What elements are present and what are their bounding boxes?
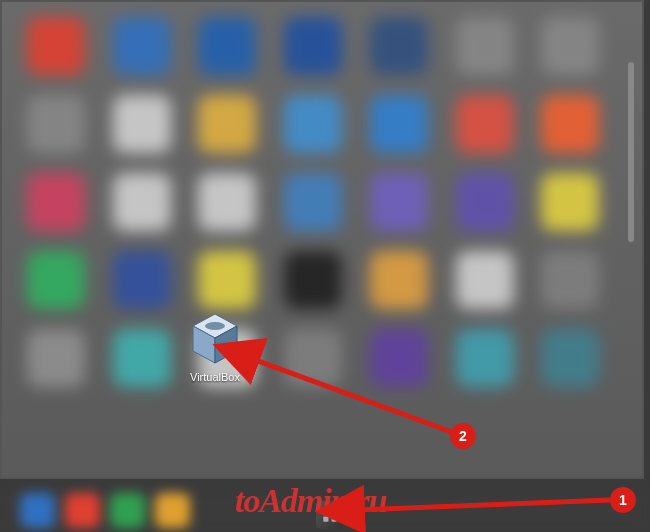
- marker-2-label: 2: [459, 428, 467, 444]
- blurred-app-icon: [456, 173, 514, 231]
- blurred-app-icon: [284, 95, 342, 153]
- blurred-app-icon: [113, 95, 171, 153]
- marker-1-label: 1: [619, 492, 627, 508]
- blurred-app-icon: [113, 251, 171, 309]
- blurred-app-icon: [198, 173, 256, 231]
- blurred-dock-item: [110, 493, 145, 528]
- blurred-app-icon: [370, 329, 428, 387]
- blurred-app-icon: [113, 17, 171, 75]
- scrollbar[interactable]: [628, 62, 634, 242]
- blurred-app-icon: [27, 251, 85, 309]
- watermark-text: toAdmin.ru: [235, 482, 387, 520]
- launchpad-background: VirtualBox: [0, 0, 644, 479]
- blurred-app-icon: [456, 17, 514, 75]
- blurred-app-icon: [284, 173, 342, 231]
- annotation-marker-2: 2: [450, 423, 476, 449]
- blurred-dock-item: [155, 493, 190, 528]
- blurred-app-icon: [370, 251, 428, 309]
- app-virtualbox[interactable]: VirtualBox: [180, 311, 250, 383]
- blurred-app-icon: [456, 95, 514, 153]
- blurred-app-icon: [370, 17, 428, 75]
- blurred-app-icon: [27, 173, 85, 231]
- blurred-app-icon: [284, 17, 342, 75]
- blurred-app-icon: [198, 17, 256, 75]
- blurred-app-icon: [456, 329, 514, 387]
- blurred-app-icon: [198, 251, 256, 309]
- app-label: VirtualBox: [190, 371, 240, 383]
- blurred-app-icon: [541, 173, 599, 231]
- blurred-app-icon: [27, 329, 85, 387]
- blurred-app-icon: [198, 95, 256, 153]
- blurred-app-icon: [541, 95, 599, 153]
- blurred-dock-item: [65, 493, 100, 528]
- app-grid-blurred: [27, 17, 607, 387]
- blurred-app-icon: [113, 173, 171, 231]
- blurred-app-icon: [541, 251, 599, 309]
- blurred-dock-item: [20, 493, 55, 528]
- blurred-app-icon: [284, 329, 342, 387]
- blurred-app-icon: [370, 173, 428, 231]
- blurred-app-icon: [370, 95, 428, 153]
- blurred-app-icon: [541, 329, 599, 387]
- virtualbox-icon: [188, 311, 243, 366]
- svg-point-3: [205, 322, 225, 330]
- blurred-app-icon: [27, 17, 85, 75]
- annotation-marker-1: 1: [610, 487, 636, 513]
- blurred-app-icon: [113, 329, 171, 387]
- blurred-app-icon: [284, 251, 342, 309]
- blurred-app-icon: [27, 95, 85, 153]
- blurred-app-icon: [456, 251, 514, 309]
- blurred-app-icon: [541, 17, 599, 75]
